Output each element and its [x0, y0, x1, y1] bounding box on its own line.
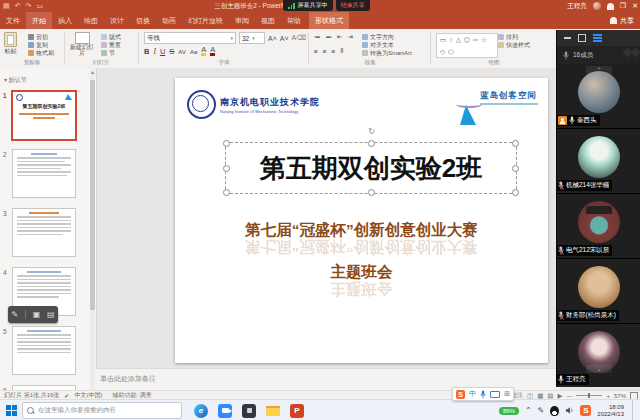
tab-shape-format[interactable]: 形状格式	[309, 12, 349, 29]
sogou-logo-icon[interactable]: S	[456, 390, 465, 399]
participant-tile[interactable]: ⌃ 秦西头	[557, 64, 640, 129]
slide-title-text[interactable]: 第五期双创实验2班	[226, 143, 516, 193]
battery-indicator[interactable]: 86%	[499, 407, 519, 415]
start-button[interactable]	[0, 405, 22, 416]
annotate-icon[interactable]: ✎	[11, 310, 18, 319]
sogou-input-bar[interactable]: S 中 ⊞	[452, 387, 514, 401]
powerpoint-app-icon[interactable]: P	[290, 404, 304, 418]
align-left-icon[interactable]: ≡	[314, 48, 318, 55]
new-slide-button[interactable]: 新建幻灯片	[69, 32, 95, 56]
thumbnail-scrollbar[interactable]	[90, 68, 95, 390]
save-icon[interactable]: ▤	[3, 2, 10, 10]
font-size-select[interactable]: 32▾	[239, 32, 265, 44]
columns-icon[interactable]: ⫴	[340, 47, 343, 55]
start-slideshow-icon[interactable]: ▭	[36, 2, 43, 10]
floating-mini-toolbar[interactable]: ✎ ▣ ▤	[8, 306, 58, 323]
tab-draw[interactable]: 绘图	[78, 12, 104, 29]
share-button[interactable]: 共享	[610, 12, 634, 29]
slide-edit-area[interactable]: 南京机电职业技术学院 Nanjing Institute Of Mechatro…	[96, 68, 556, 368]
section-header[interactable]: ▾ 默认节	[4, 76, 27, 85]
meeting-minimize-icon[interactable]	[564, 37, 571, 39]
slide-thumbnail-3[interactable]	[12, 208, 76, 257]
share-user-icon[interactable]	[607, 3, 614, 10]
indent-increase-icon[interactable]: ⇥	[347, 33, 352, 41]
more-tools-icon[interactable]: ▤	[47, 310, 55, 319]
grow-font-icon[interactable]: A˄	[268, 35, 277, 42]
font-color-icon[interactable]: A	[210, 47, 215, 56]
stop-share-pill[interactable]: 结束共享	[336, 0, 370, 11]
collapse-chevron-icon[interactable]: ⌄	[586, 365, 612, 373]
quick-styles-button[interactable]: 快速样式	[498, 41, 530, 49]
align-center-icon[interactable]: ≡	[323, 48, 327, 55]
undo-icon[interactable]: ↶	[15, 2, 21, 10]
participant-tile[interactable]: 机械214张华楠	[557, 129, 640, 194]
highlight-color-icon[interactable]: A	[201, 47, 206, 56]
title-textbox-selection[interactable]: ↻ 第五期双创实验2班	[225, 142, 517, 194]
char-spacing-icon[interactable]: AV	[178, 49, 186, 55]
slide-thumbnail-1[interactable]: 第五期双创实验2班	[11, 90, 77, 141]
panel-icon[interactable]: ▣	[33, 310, 41, 319]
change-case-icon[interactable]: Aa	[190, 49, 197, 55]
taskbar-search-input[interactable]: 在这里输入你要搜索的内容	[22, 402, 182, 419]
bold-button[interactable]: B	[144, 47, 149, 56]
rotate-handle[interactable]: ↻	[367, 127, 376, 136]
show-desktop-button[interactable]	[632, 400, 636, 420]
tab-design[interactable]: 设计	[104, 12, 130, 29]
restore-window-icon[interactable]: ❐	[620, 2, 626, 10]
scroll-up-icon[interactable]: ▲	[89, 68, 96, 77]
chinese-mode-icon[interactable]: 中	[469, 389, 476, 399]
pen-tray-icon[interactable]: ✎	[538, 406, 545, 415]
section-button[interactable]: 节	[101, 49, 121, 57]
slide-canvas[interactable]: 南京机电职业技术学院 Nanjing Institute Of Mechatro…	[175, 78, 548, 363]
tab-review[interactable]: 审阅	[229, 12, 255, 29]
participant-tile[interactable]: 财务部(松尚泉木)	[557, 259, 640, 324]
signed-in-user[interactable]: 王程亮	[567, 2, 587, 11]
qq-tray-icon[interactable]	[550, 406, 559, 416]
meeting-app-icon[interactable]	[218, 404, 232, 418]
keyboard-icon[interactable]	[490, 391, 500, 398]
volume-icon[interactable]	[565, 406, 574, 415]
underline-button[interactable]: U	[160, 47, 165, 56]
meeting-maximize-icon[interactable]	[578, 34, 586, 42]
tab-animations[interactable]: 动画	[156, 12, 182, 29]
zoom-slider[interactable]	[576, 395, 602, 396]
indent-decrease-icon[interactable]: ⇤	[337, 33, 342, 41]
sogou-tray-icon[interactable]: S	[580, 405, 591, 416]
tab-help[interactable]: 帮助	[281, 12, 307, 29]
smartart-button[interactable]: 转换为SmartArt	[362, 49, 412, 57]
paste-button[interactable]: 粘贴	[4, 32, 17, 56]
tab-file[interactable]: 文件	[0, 12, 26, 29]
close-window-icon[interactable]: ✕	[632, 2, 638, 10]
redo-icon[interactable]: ↷	[26, 2, 32, 10]
tab-insert[interactable]: 插入	[52, 12, 78, 29]
member-count-row[interactable]: 16成员	[557, 46, 640, 64]
shapes-gallery[interactable]: ▭○△⬠⇨☆◇⬡	[436, 33, 498, 58]
align-right-icon[interactable]: ≡	[332, 48, 336, 55]
clear-format-icon[interactable]: A⌫	[292, 34, 307, 42]
tab-home[interactable]: 开始	[26, 12, 52, 29]
stop-share-label[interactable]: 结束共享	[341, 1, 365, 10]
strikethrough-button[interactable]: S	[169, 47, 174, 56]
slide-thumbnail-5[interactable]	[12, 326, 76, 375]
taskbar-clock[interactable]: 18:09 2022/4/13	[597, 404, 624, 418]
numbering-icon[interactable]: ≕	[326, 33, 333, 41]
zoom-level[interactable]: 57%	[614, 393, 626, 399]
shrink-font-icon[interactable]: A˅	[280, 35, 289, 42]
file-explorer-icon[interactable]	[266, 405, 280, 416]
bullets-icon[interactable]: ≔	[314, 33, 321, 41]
tab-view[interactable]: 视图	[255, 12, 281, 29]
edge-browser-icon[interactable]: e	[194, 404, 208, 418]
tab-slideshow[interactable]: 幻灯片放映	[182, 12, 229, 29]
font-name-select[interactable]: 等线▾	[144, 32, 236, 44]
slide-thumbnail-panel[interactable]: ▾ 默认节 1 第五期双创实验2班 2 3	[0, 68, 97, 390]
participant-tile[interactable]: 电气212宋以晨	[557, 194, 640, 259]
zoom-in-icon[interactable]: +	[606, 393, 610, 399]
participant-tile[interactable]: ⌄ 王程亮	[557, 324, 640, 387]
meeting-menu-icon[interactable]	[593, 34, 602, 42]
dark-app-icon[interactable]	[242, 404, 256, 418]
spellcheck-icon[interactable]: ✔	[64, 392, 69, 399]
toolbox-icon[interactable]: ⊞	[504, 389, 510, 399]
zoom-out-icon[interactable]: —	[566, 393, 572, 399]
slide-thumbnail-2[interactable]	[12, 149, 76, 198]
tab-transitions[interactable]: 切换	[130, 12, 156, 29]
